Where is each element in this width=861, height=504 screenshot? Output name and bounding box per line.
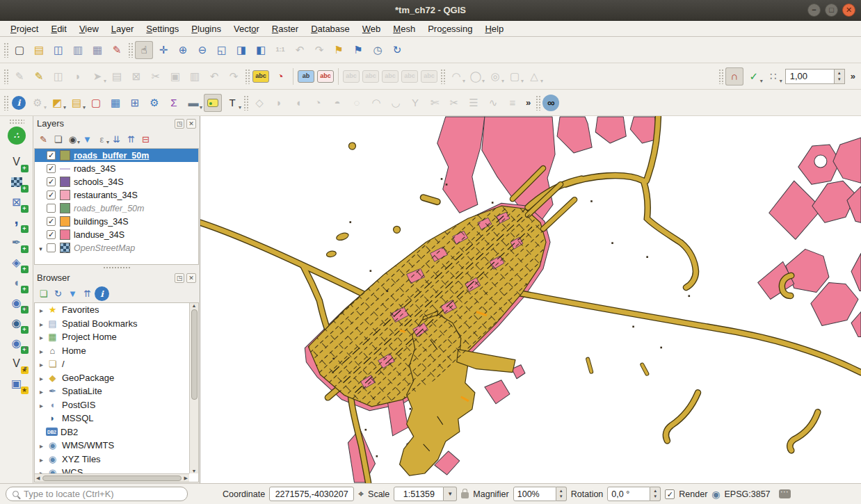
move-feature[interactable]: ◇ bbox=[250, 94, 268, 112]
menu-settings[interactable]: Settings bbox=[140, 22, 185, 35]
vertex-tool[interactable]: ➤ bbox=[88, 67, 106, 86]
add-part[interactable]: ◎ bbox=[486, 67, 504, 86]
browser-project-home[interactable]: ▦ Project Home bbox=[35, 330, 189, 344]
vertex-markers[interactable]: ∷ bbox=[764, 67, 782, 86]
menu-help[interactable]: Help bbox=[478, 22, 510, 35]
menu-vector[interactable]: Vector bbox=[227, 22, 266, 35]
cut-features[interactable]: ✂ bbox=[147, 67, 165, 86]
scale-combo[interactable]: 1:51359 ▼ bbox=[394, 487, 457, 501]
highlight-pinned-labels[interactable]: abc bbox=[317, 70, 334, 83]
text-annotation[interactable]: T bbox=[223, 94, 241, 112]
toolbar-drag-handle[interactable] bbox=[440, 69, 445, 84]
lock-icon[interactable] bbox=[461, 492, 469, 498]
mouse-position-icon[interactable]: ⌖ bbox=[358, 488, 364, 500]
close-button[interactable]: ✕ bbox=[842, 3, 855, 17]
tree-expander-icon[interactable] bbox=[37, 373, 46, 383]
coordinate-input[interactable]: 2271575,-4030207 bbox=[269, 487, 354, 501]
select-features[interactable]: ◩ bbox=[48, 94, 66, 112]
current-edits[interactable]: ✎ bbox=[10, 67, 29, 86]
delete-part[interactable]: ◌ bbox=[348, 94, 366, 112]
change-label[interactable]: abc bbox=[382, 70, 399, 83]
spin-arrows[interactable]: ▲▼ bbox=[650, 487, 661, 501]
identify-features[interactable]: i bbox=[12, 96, 26, 110]
browser-wcs[interactable]: ◉ WCS bbox=[35, 466, 189, 473]
layer-diagram[interactable]: ◔ bbox=[271, 67, 289, 86]
open-layer-styling-panel[interactable]: ✎ bbox=[36, 132, 51, 147]
data-source-manager[interactable]: ∴ bbox=[8, 127, 26, 145]
refresh-browser[interactable]: ↻ bbox=[51, 286, 65, 301]
snapping-options[interactable]: ∩ bbox=[725, 67, 743, 86]
zoom-out[interactable]: ⊖ bbox=[193, 41, 211, 59]
menu-web[interactable]: Web bbox=[356, 22, 387, 35]
browser-geopackage[interactable]: ◆ GeoPackage bbox=[35, 371, 189, 385]
toolbar-drag-handle[interactable] bbox=[536, 95, 540, 111]
open-project[interactable]: ▤ bbox=[30, 41, 48, 59]
run-feature-action[interactable]: ⚙ bbox=[29, 94, 47, 112]
add-group[interactable]: ❏ bbox=[51, 132, 65, 147]
save-layer-edits[interactable]: ◫ bbox=[49, 67, 67, 86]
layer-roads-buffer-50m[interactable]: roads_buffer_50m bbox=[35, 149, 198, 162]
rotation-spinbox[interactable]: 0,0 ° ▲▼ bbox=[607, 487, 661, 501]
zoom-in[interactable]: ⊕ bbox=[174, 41, 192, 59]
measure-line[interactable]: ▬ bbox=[184, 94, 202, 112]
undo[interactable]: ↶ bbox=[205, 67, 223, 86]
scrollbar-thumb[interactable] bbox=[191, 309, 198, 400]
menu-processing[interactable]: Processing bbox=[421, 22, 478, 35]
add-spatialite-layer[interactable]: ✒ + bbox=[6, 233, 27, 252]
vertical-scrollbar[interactable]: ▲▼ bbox=[189, 303, 198, 473]
reshape-features[interactable]: ◠ bbox=[447, 67, 465, 86]
fill-ring[interactable]: ▢ bbox=[506, 67, 524, 86]
merge-attributes[interactable]: ☰ bbox=[465, 94, 483, 112]
layer-visibility-checkbox[interactable] bbox=[47, 230, 56, 239]
locator-search[interactable] bbox=[6, 487, 188, 501]
layer-visibility-checkbox[interactable] bbox=[47, 217, 56, 226]
browser-root[interactable]: ❏ / bbox=[35, 357, 189, 371]
reshape[interactable]: ◠ bbox=[367, 94, 385, 112]
new-project[interactable]: ▢ bbox=[10, 41, 29, 59]
add-wfs-layer[interactable]: ◉ + bbox=[6, 334, 27, 352]
browser-home[interactable]: ⌂ Home bbox=[35, 344, 189, 358]
show-spatial-bookmarks[interactable]: ⚑ bbox=[349, 41, 367, 59]
expand-all[interactable]: ⇊ bbox=[109, 132, 124, 147]
delete-selected[interactable]: ⊠ bbox=[127, 67, 145, 86]
tree-expander-icon[interactable] bbox=[37, 332, 46, 342]
snapping-tolerance-spinbox[interactable]: 1,00 ▲▼ bbox=[785, 69, 845, 84]
toolbar-drag-handle[interactable] bbox=[3, 69, 8, 84]
osm-place-search-icon[interactable]: ∞ bbox=[542, 95, 559, 111]
add-postgis-layer[interactable]: ◖ + bbox=[6, 273, 27, 292]
magnifier-value[interactable]: 100% bbox=[513, 487, 556, 501]
trim-extend[interactable]: ≡ bbox=[504, 94, 522, 112]
remove-layer[interactable]: ⊟ bbox=[138, 132, 153, 147]
copy-move-feature[interactable]: ◗ bbox=[270, 94, 288, 112]
zoom-to-layer[interactable]: ◧ bbox=[252, 41, 270, 59]
zoom-to-selection[interactable]: ◨ bbox=[232, 41, 250, 59]
layer-restaurants-34s[interactable]: restaurants_34S bbox=[35, 188, 198, 202]
panel-resize-handle[interactable] bbox=[33, 265, 200, 270]
save-project[interactable]: ◫ bbox=[49, 41, 67, 59]
toggle-editing[interactable]: ✎ bbox=[30, 67, 48, 86]
toolbar-drag-handle[interactable] bbox=[9, 119, 24, 124]
spin-arrows[interactable]: ▲▼ bbox=[556, 487, 567, 501]
menu-database[interactable]: Database bbox=[305, 22, 356, 35]
scale-dropdown-icon[interactable]: ▼ bbox=[444, 487, 457, 501]
add-vector-layer[interactable]: V + bbox=[6, 152, 27, 171]
minimize-button[interactable]: − bbox=[807, 3, 821, 17]
menu-view[interactable]: View bbox=[73, 22, 105, 35]
snapping-tolerance-value[interactable]: 1,00 bbox=[785, 69, 834, 84]
scrollbar-thumb[interactable] bbox=[42, 475, 181, 481]
render-checkbox[interactable] bbox=[665, 489, 675, 499]
pan-to-selection[interactable]: ✛ bbox=[154, 41, 172, 59]
toolbar-overflow-button[interactable]: » bbox=[522, 97, 534, 108]
add-ring[interactable]: ◯ bbox=[467, 67, 485, 86]
add-delimited-text-layer[interactable]: , + bbox=[6, 213, 27, 231]
redo[interactable]: ↷ bbox=[225, 67, 243, 86]
filter-by-expression[interactable]: ε bbox=[95, 132, 109, 147]
menu-plugins[interactable]: Plugins bbox=[185, 22, 227, 35]
pan-map[interactable]: ☝ bbox=[135, 41, 153, 59]
collapse-all[interactable]: ⇈ bbox=[124, 132, 138, 147]
browser-spatialite[interactable]: ✒ SpatiaLite bbox=[35, 384, 189, 398]
add-raster-layer[interactable]: + bbox=[6, 172, 27, 191]
new-gps-layer[interactable]: ▣ ★ bbox=[6, 374, 27, 393]
new-spatial-bookmark[interactable]: ⚑ bbox=[330, 41, 348, 59]
browser-db2[interactable]: DB2 DB2 bbox=[35, 425, 189, 439]
